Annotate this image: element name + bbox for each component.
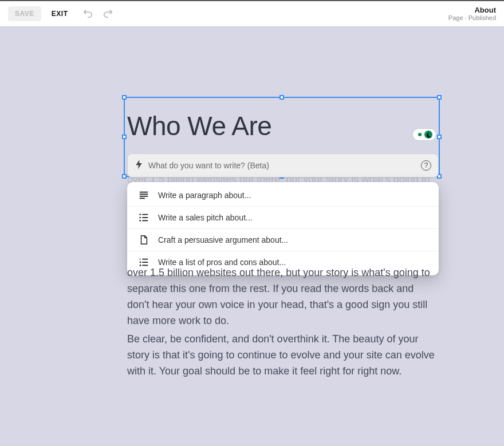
ai-assist-panel: What do you want to write? (Beta) ? Writ… [127,153,439,275]
document-icon [139,235,149,245]
ai-suggestion-argument[interactable]: Craft a persuasive argument about... [127,228,439,251]
body-paragraph-1[interactable]: over 1.5 billion websites out there, but… [127,265,436,329]
bolt-icon [135,159,143,172]
redo-icon[interactable] [103,7,113,20]
page-title-label: About [448,6,496,14]
resize-handle-t[interactable] [279,95,284,100]
body-paragraph-2[interactable]: Be clear, be confident, and don't overth… [127,331,436,380]
paragraph-icon [139,190,149,200]
help-icon[interactable]: ? [421,160,431,171]
ai-assist-input[interactable]: What do you want to write? (Beta) ? [127,153,439,177]
ai-suggestions-list: Write a paragraph about... Write a sales… [127,182,439,275]
ai-suggestion-sales-pitch[interactable]: Write a sales pitch about... [127,206,439,228]
exit-button[interactable]: EXIT [52,10,68,18]
page-status-label: Page · Published [448,14,496,21]
editor-toolbar: SAVE EXIT About Page · Published [0,1,504,26]
ai-suggestion-label: Write a sales pitch about... [158,213,253,222]
editor-canvas[interactable]: Who We Are over 1.5 billion websites out… [0,26,504,446]
page-status: About Page · Published [448,6,496,21]
ai-suggestion-paragraph[interactable]: Write a paragraph about... [127,184,439,206]
resize-handle-tl[interactable] [122,95,127,100]
ai-suggestion-label: Write a paragraph about... [158,191,251,200]
resize-handle-tr[interactable] [437,95,442,100]
resize-handle-r[interactable] [437,135,442,139]
undo-icon[interactable] [82,7,93,20]
resize-handle-bl[interactable] [122,174,127,179]
save-button[interactable]: SAVE [8,6,41,21]
ai-suggestion-label: Craft a persuasive argument about... [158,235,288,244]
resize-handle-l[interactable] [122,135,127,139]
bullets-icon [139,212,149,223]
ai-assist-placeholder: What do you want to write? (Beta) [148,161,421,170]
